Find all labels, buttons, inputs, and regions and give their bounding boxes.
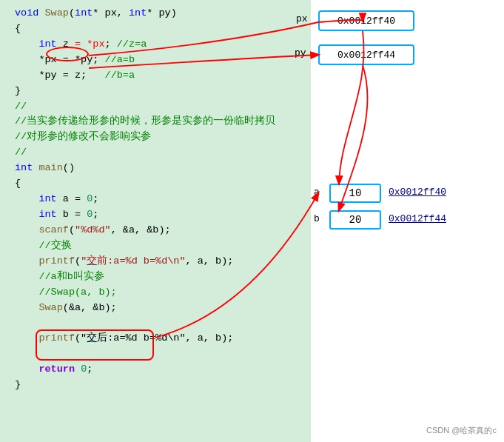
code-area: void Swap(int* px, int* py) { int z = *p… [0, 0, 311, 442]
watermark: CSDN @哈茶真的c [426, 425, 497, 436]
highlight-swap-calls [36, 329, 154, 361]
addr-box-px: 0x0012ff40 [318, 10, 414, 31]
addr-right-b: 0x0012ff44 [389, 213, 446, 224]
addr-right-a: 0x0012ff40 [389, 187, 446, 198]
main-container: void Swap(int* px, int* py) { int z = *p… [0, 0, 504, 442]
highlight-eq-star-px [46, 47, 89, 61]
addr-px-value: 0x0012ff40 [337, 16, 395, 27]
val-a-value: 10 [349, 187, 362, 199]
label-py: py [295, 47, 306, 58]
val-box-a: 10 [329, 184, 381, 203]
val-b-value: 20 [349, 214, 362, 226]
addr-box-py: 0x0012ff44 [318, 44, 414, 65]
label-a: a [314, 187, 320, 198]
label-px: px [296, 13, 308, 24]
addr-py-value: 0x0012ff44 [337, 50, 395, 61]
val-box-b: 20 [329, 210, 381, 230]
label-b: b [314, 213, 320, 224]
